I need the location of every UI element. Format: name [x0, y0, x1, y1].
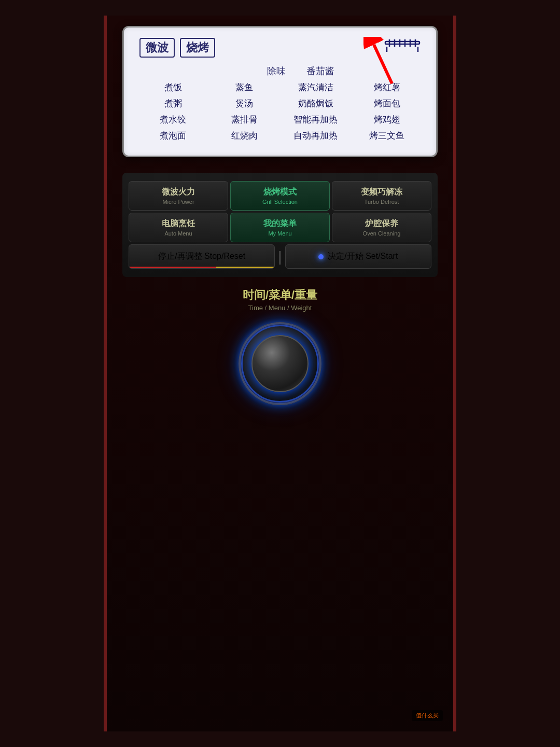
- grill-rack-icon: [384, 35, 421, 61]
- lcd-menu-item-12[interactable]: 煮泡面: [139, 129, 207, 143]
- my-menu-en: My Menu: [235, 230, 325, 237]
- lcd-menu-item-11[interactable]: 烤鸡翅: [354, 113, 421, 127]
- knob-label-en: Time / Menu / Weight: [122, 304, 438, 312]
- lcd-header-row: 微波 烧烤: [139, 38, 421, 61]
- auto-menu-button[interactable]: 电脑烹饪 Auto Menu: [129, 213, 228, 242]
- knob-section: 时间/菜单/重量 Time / Menu / Weight: [122, 287, 438, 405]
- watermark: 值什么买: [412, 710, 443, 721]
- lcd-menu-item-9[interactable]: 蒸排骨: [211, 113, 278, 127]
- control-row-2: 电脑烹饪 Auto Menu 我的菜单 My Menu 炉腔保养 Oven Cl…: [129, 213, 431, 242]
- lcd-menu-item-8[interactable]: 煮水饺: [139, 113, 207, 127]
- micro-power-zh: 微波火力: [133, 187, 223, 198]
- set-start-button[interactable]: 决定/开始 Set/Start: [285, 244, 431, 269]
- lcd-menu-item-10[interactable]: 智能再加热: [282, 113, 349, 127]
- turbo-defrost-button[interactable]: 变频巧解冻 Turbo Defrost: [332, 181, 431, 211]
- rotary-knob[interactable]: [239, 322, 321, 405]
- micro-power-en: Micro Power: [133, 199, 223, 205]
- grill-selection-en: Grill Selection: [235, 199, 325, 205]
- my-menu-button[interactable]: 我的菜单 My Menu: [230, 213, 330, 242]
- controls-area: 微波火力 Micro Power 烧烤模式 Grill Selection 变频…: [122, 173, 438, 277]
- grill-selection-zh: 烧烤模式: [235, 187, 325, 198]
- my-menu-zh: 我的菜单: [235, 218, 325, 229]
- lcd-screen: 微波 烧烤 除味: [122, 26, 438, 157]
- microwave-mode-label: 微波: [139, 38, 175, 58]
- stop-reset-button[interactable]: 停止/再调整 Stop/Reset: [129, 244, 275, 269]
- lcd-menu-item-13[interactable]: 红烧肉: [211, 129, 278, 143]
- oven-cleaning-en: Oven Cleaning: [337, 230, 427, 237]
- knob-container: [122, 322, 438, 405]
- lcd-sub-row: 除味 番茄酱: [139, 65, 421, 77]
- lcd-menu-grid: 煮饭 蒸鱼 蒸汽清洁 烤红薯 煮粥 煲汤 奶酪焗饭 烤面包 煮水饺 蒸排骨 智能…: [139, 80, 421, 143]
- set-start-en: Set/Start: [366, 252, 398, 260]
- lcd-menu-item-14[interactable]: 自动再加热: [282, 129, 349, 143]
- micro-power-button[interactable]: 微波火力 Micro Power: [129, 181, 228, 211]
- lcd-menu-item-0[interactable]: 煮饭: [139, 80, 207, 94]
- lcd-menu-item-7[interactable]: 烤面包: [354, 96, 421, 110]
- stop-reset-zh: 停止/再调整: [158, 252, 202, 260]
- lcd-menu-item-4[interactable]: 煮粥: [139, 96, 207, 110]
- lcd-menu-item-2[interactable]: 蒸汽清洁: [282, 80, 349, 94]
- control-row-1: 微波火力 Micro Power 烧烤模式 Grill Selection 变频…: [129, 181, 431, 211]
- lcd-menu-item-1[interactable]: 蒸鱼: [211, 80, 278, 94]
- stop-reset-en: Stop/Reset: [204, 252, 245, 260]
- turbo-defrost-en: Turbo Defrost: [337, 199, 427, 205]
- lcd-sub-item-1: 番茄酱: [306, 65, 334, 77]
- watermark-text: 值什么买: [416, 712, 439, 718]
- device-panel: 微波 烧烤 除味: [104, 16, 456, 731]
- divider-pipe: |: [277, 248, 283, 265]
- knob-label-zh: 时间/菜单/重量: [122, 287, 438, 303]
- grill-mode-label: 烧烤: [180, 38, 215, 58]
- lcd-menu-item-6[interactable]: 奶酪焗饭: [282, 96, 349, 110]
- oven-cleaning-zh: 炉腔保养: [337, 218, 427, 229]
- blue-led-indicator: [318, 254, 324, 259]
- auto-menu-zh: 电脑烹饪: [133, 218, 223, 229]
- knob-ring: [241, 325, 319, 403]
- lcd-menu-item-15[interactable]: 烤三文鱼: [354, 129, 421, 143]
- lcd-menu-item-5[interactable]: 煲汤: [211, 96, 278, 110]
- grill-selection-button[interactable]: 烧烤模式 Grill Selection: [230, 181, 330, 211]
- set-start-zh: 决定/开始: [328, 252, 363, 260]
- auto-menu-en: Auto Menu: [133, 230, 223, 237]
- lcd-menu-item-3[interactable]: 烤红薯: [354, 80, 421, 94]
- oven-cleaning-button[interactable]: 炉腔保养 Oven Cleaning: [332, 213, 431, 242]
- turbo-defrost-zh: 变频巧解冻: [337, 187, 427, 198]
- control-row-bottom: 停止/再调整 Stop/Reset | 决定/开始 Set/Start: [129, 244, 431, 269]
- lcd-modes: 微波 烧烤: [139, 38, 215, 58]
- lcd-sub-item-0: 除味: [267, 65, 286, 77]
